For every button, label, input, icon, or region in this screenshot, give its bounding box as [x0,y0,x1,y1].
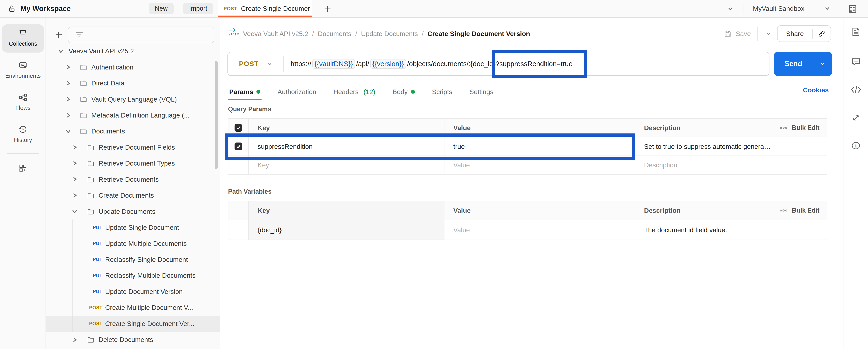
new-button[interactable]: New [149,3,174,14]
sidebar-scrollbar[interactable] [215,61,218,169]
param-key-cell[interactable]: suppressRendition [248,137,444,156]
tree-folder[interactable]: Create Documents [46,187,220,203]
info-icon[interactable]: i [844,140,868,151]
tree-folder[interactable]: Vault Query Language (VQL) [46,91,220,107]
tab-headers[interactable]: Headers(12) [332,83,376,100]
share-button[interactable]: Share [778,30,812,38]
tree-folder-documents[interactable]: Documents [46,123,220,139]
env-variable-vaultdns: {{vaultDNS}} [312,59,355,69]
copy-link-icon[interactable] [813,30,831,38]
query-param-row[interactable]: suppressRendition true Set to true to su… [228,137,827,156]
share-button-group: Share [777,25,831,42]
chevron-icon [65,96,71,103]
chevron-icon [71,208,78,215]
documentation-icon[interactable] [844,27,868,37]
tab-scripts[interactable]: Scripts [431,83,453,100]
tab-authorization[interactable]: Authorization [276,83,317,100]
configure-modules-icon[interactable] [0,163,46,173]
workspace-section: My Workspace New Import [0,0,218,17]
url-bar[interactable]: POST https://{{vaultDNS}}/api/{{version}… [227,52,770,76]
filter-icon [75,31,83,39]
method-selector[interactable]: POST [228,60,283,68]
sidebar-item-environments[interactable]: Environments [0,60,46,79]
cookies-link[interactable]: Cookies [803,86,829,94]
query-param-empty-row[interactable]: Key Value Description [228,155,827,174]
select-all-checkbox[interactable] [235,124,242,132]
tree-folder[interactable]: Delete Documents [46,332,220,348]
active-tab-underline [218,15,312,17]
tree-folder[interactable]: Authentication [46,59,220,75]
sidebar-item-collections[interactable]: Collections [0,28,46,47]
environment-quick-look-icon[interactable] [847,4,858,14]
add-collection-button[interactable] [53,28,65,41]
collections-icon [0,28,46,38]
env-variable-version: {{version}} [370,59,406,69]
tree-collection-root[interactable]: Veeva Vault API v25.2 [46,43,220,59]
save-icon [723,30,732,38]
param-description-cell[interactable]: Set to true to suppress automatic genera… [635,137,773,156]
url-input[interactable]: https://{{vaultDNS}}/api/{{version}}/obj… [284,59,573,69]
param-description-placeholder[interactable]: Description [635,156,773,174]
bulk-edit-button[interactable]: Bulk Edit [773,201,827,220]
tree-folder[interactable]: Retrieve Document Fields [46,139,220,155]
comments-icon[interactable] [844,56,868,67]
left-rail: Collections Environments Flows History [0,18,46,349]
send-button[interactable]: Send [774,52,832,76]
path-value-placeholder[interactable]: Value [444,220,635,240]
sidebar-item-history[interactable]: History [0,125,46,143]
tab-body[interactable]: Body [392,83,416,100]
body-modified-dot [411,90,415,94]
chevron-icon [58,48,64,55]
folder-icon [87,336,95,344]
bulk-edit-button[interactable]: Bulk Edit [773,119,827,137]
tree-folder[interactable]: Direct Data [46,75,220,91]
tree-folder-update-documents[interactable]: Update Documents [46,203,220,219]
param-key-placeholder[interactable]: Key [248,156,444,174]
related-requests-icon[interactable] [844,113,868,123]
tab-params[interactable]: Params [228,83,261,100]
tree-folder[interactable]: Retrieve Document Types [46,155,220,171]
chevron-icon [71,192,78,199]
tab-settings[interactable]: Settings [468,83,495,100]
send-options-chevron-icon[interactable] [813,52,832,76]
code-snippet-icon[interactable] [844,85,868,94]
folder-icon [80,79,87,87]
environments-icon [0,60,46,70]
breadcrumb-subfolder[interactable]: Update Documents [361,30,418,37]
new-tab-button[interactable] [322,3,333,15]
path-variable-row[interactable]: {doc_id} Value The document id field val… [228,220,827,240]
path-variables-title: Path Variables [228,188,272,195]
environment-selector[interactable]: MyVault Sandbox [748,0,834,17]
tab-options-chevron-icon[interactable] [726,5,734,12]
workspace-title[interactable]: My Workspace [21,4,71,13]
flows-icon [0,92,46,102]
divider [757,27,758,41]
save-options-chevron-icon[interactable] [765,30,772,37]
tree-folder[interactable]: Retrieve Documents [46,171,220,187]
sidebar-filter-input[interactable] [68,27,214,43]
request-tab-method: POST [224,6,237,11]
breadcrumb-folder[interactable]: Documents [318,30,351,37]
method-label: POST [239,60,258,68]
path-description-cell[interactable]: The document id field value. [635,220,773,240]
right-rail: i [843,18,868,349]
param-value-placeholder[interactable]: Value [444,156,635,174]
sidebar-item-flows[interactable]: Flows [0,92,46,111]
row-checkbox[interactable] [235,142,242,150]
folder-icon [80,63,87,71]
tree-folder[interactable]: Metadata Definition Language (... [46,107,220,123]
param-value-cell[interactable]: true [444,137,635,156]
save-button[interactable]: Save [723,25,772,42]
import-button[interactable]: Import [183,3,213,14]
http-request-icon: HTTP [228,28,240,36]
rail-divider [7,153,39,154]
path-key-cell: {doc_id} [248,220,444,240]
chevron-down-icon [823,5,831,12]
topbar-divider [743,3,743,14]
folder-icon [80,111,87,119]
top-bar: My Workspace New Import POST Create Sing… [0,0,868,18]
column-header-description: Description [635,201,773,220]
breadcrumb-collection[interactable]: Veeva Vault API v25.2 [243,30,308,37]
request-tab[interactable]: POST Create Single Documer [218,0,312,17]
request-tabs: Params Authorization Headers(12) Body Sc… [228,83,495,100]
